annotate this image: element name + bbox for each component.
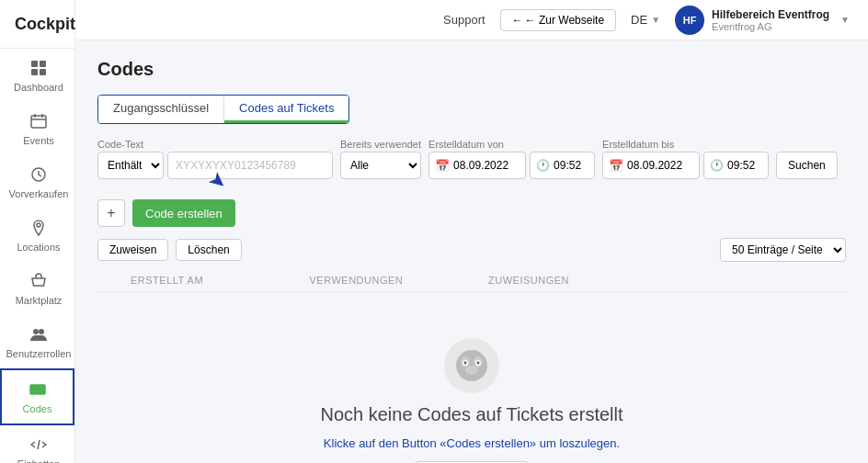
svg-point-34 xyxy=(464,362,467,365)
sidebar-item-einbetten-label: Einbetten xyxy=(17,458,60,463)
language-selector[interactable]: DE ▼ xyxy=(631,13,660,27)
tab-codes-auf-tickets[interactable]: Codes auf Tickets xyxy=(224,96,348,123)
table-col-checkbox xyxy=(97,275,131,286)
chevron-down-icon: ▼ xyxy=(651,15,660,25)
lang-label: DE xyxy=(631,13,647,27)
svg-line-28 xyxy=(38,440,40,449)
sidebar-item-vorverkaufen-label: Vorverkaufen xyxy=(9,188,69,199)
tab-zugangschluessel-label: Zugangsschlüssel xyxy=(113,101,209,115)
table-header: ERSTELLT AM VERWENDUNGEN ZUWEISUNGEN xyxy=(97,269,846,292)
empty-state: Noch keine Codes auf Tickets erstellt Kl… xyxy=(97,292,846,463)
sidebar-item-marktplatz-label: Marktplatz xyxy=(16,295,63,306)
page-content: Codes Zugangsschlüssel Codes auf Tickets… xyxy=(75,40,868,463)
sidebar-item-marktplatz[interactable]: Marktplatz xyxy=(0,262,74,315)
support-link[interactable]: Support xyxy=(443,13,485,27)
pagination-select[interactable]: 50 Einträge / Seite xyxy=(720,238,846,262)
user-chevron-icon: ▼ xyxy=(840,15,850,25)
sidebar-item-dashboard[interactable]: Dashboard xyxy=(0,49,74,102)
svg-rect-11 xyxy=(40,69,46,75)
tab-zugangschluessel[interactable]: Zugangsschlüssel xyxy=(98,96,224,123)
svg-point-36 xyxy=(465,366,478,375)
einbetten-icon xyxy=(29,435,49,455)
user-info: Hilfebereich Eventfrog Eventfrog AG xyxy=(712,8,829,32)
sidebar-item-benutzerrollen[interactable]: Benutzerrollen xyxy=(0,315,74,368)
logo-text: Cockpit xyxy=(15,15,75,34)
empty-subtitle: Klicke auf den Button «Codes erstellen» … xyxy=(324,436,620,450)
svg-point-35 xyxy=(477,362,480,365)
action-buttons: Zuweisen Löschen xyxy=(97,239,242,261)
svg-rect-10 xyxy=(31,69,38,75)
sidebar-item-einbetten[interactable]: Einbetten xyxy=(0,425,74,463)
time-von-picker[interactable]: 🕐 xyxy=(530,152,595,179)
page-title: Codes xyxy=(97,59,846,80)
benutzerrollen-icon xyxy=(29,324,49,344)
empty-frog-icon xyxy=(444,338,499,393)
sidebar-item-benutzerrollen-label: Benutzerrollen xyxy=(6,348,72,359)
empty-subtitle-text: Klicke auf den Button «Codes erstellen» … xyxy=(324,436,620,450)
date-bis-picker[interactable]: 📅 xyxy=(602,152,700,179)
code-text-input[interactable] xyxy=(167,152,333,179)
app-header: Support ← ← Zur Webseite DE ▼ HF Hilfebe… xyxy=(75,0,868,40)
sidebar-item-dashboard-label: Dashboard xyxy=(14,82,63,93)
erstelldatum-bis-label: Erstelldatum bis xyxy=(602,139,769,150)
time-bis-input[interactable] xyxy=(727,159,762,172)
user-name: Hilfebereich Eventfrog xyxy=(712,8,829,21)
zuweisen-button[interactable]: Zuweisen xyxy=(97,239,168,261)
main-content: Support ← ← Zur Webseite DE ▼ HF Hilfebe… xyxy=(75,0,868,463)
svg-point-17 xyxy=(37,223,40,227)
code-erstellen-button[interactable]: Code erstellen xyxy=(132,199,235,227)
sidebar-item-codes[interactable]: ➤ Codes xyxy=(0,368,74,425)
time-von-input[interactable] xyxy=(554,159,588,172)
clock-icon: 🕐 xyxy=(536,159,550,172)
table-col-erstellt-am: ERSTELLT AM xyxy=(131,275,310,286)
code-text-label: Code-Text xyxy=(97,139,333,150)
header-right: Support ← ← Zur Webseite DE ▼ HF Hilfebe… xyxy=(443,6,850,35)
user-org: Eventfrog AG xyxy=(712,21,829,32)
table-col-zuweisungen: ZUWEISUNGEN xyxy=(488,275,668,286)
table-col-verwendungen: VERWENDUNGEN xyxy=(310,275,489,286)
codes-icon xyxy=(28,379,48,400)
avatar: HF xyxy=(675,6,704,35)
bereits-select[interactable]: Alle xyxy=(340,152,421,179)
time-bis-picker[interactable]: 🕐 xyxy=(703,152,769,179)
arrow-left-icon: ← xyxy=(512,14,523,27)
locations-icon xyxy=(29,218,49,238)
svg-rect-12 xyxy=(31,116,46,128)
bereits-label: Bereits verwendet xyxy=(340,139,421,150)
tab-group: Zugangsschlüssel Codes auf Tickets xyxy=(97,95,349,124)
filter-row: Code-Text Enthält Bereits verwendet Alle xyxy=(97,139,846,227)
sidebar-item-locations[interactable]: Locations xyxy=(0,209,74,262)
user-menu[interactable]: HF Hilfebereich Eventfrog Eventfrog AG ▼ xyxy=(675,6,850,35)
bereits-filter: Bereits verwendet Alle xyxy=(340,139,421,179)
sidebar-item-locations-label: Locations xyxy=(17,242,60,253)
sidebar-item-codes-label: Codes xyxy=(23,403,52,414)
tab-codes-auf-tickets-label: Codes auf Tickets xyxy=(239,101,334,115)
erstelldatum-von-label: Erstelldatum von xyxy=(428,139,595,150)
search-button[interactable]: Suchen xyxy=(776,152,838,179)
date-bis-input[interactable] xyxy=(627,159,693,172)
sidebar-item-events-label: Events xyxy=(23,135,54,146)
svg-point-18 xyxy=(33,329,39,334)
svg-point-19 xyxy=(39,329,44,334)
loeschen-button[interactable]: Löschen xyxy=(176,239,241,261)
contains-select[interactable]: Enthält xyxy=(97,152,164,179)
avatar-initials: HF xyxy=(683,15,697,26)
calendar-icon: 📅 xyxy=(435,159,450,173)
date-von-picker[interactable]: 📅 xyxy=(428,152,526,179)
sidebar: Cockpit Dashboard Events Vorverkaufen xyxy=(0,0,75,463)
action-row: Zuweisen Löschen 50 Einträge / Seite xyxy=(97,238,846,262)
vorverkaufen-icon xyxy=(29,164,49,185)
events-icon xyxy=(29,111,49,131)
svg-rect-8 xyxy=(31,61,38,67)
create-button-wrapper: ➤ Code erstellen xyxy=(132,199,235,227)
sidebar-item-events[interactable]: Events xyxy=(0,102,74,155)
dashboard-icon xyxy=(29,58,49,78)
erstelldatum-von-filter: Erstelldatum von 📅 🕐 xyxy=(428,139,595,179)
table-col-actions xyxy=(668,275,847,286)
add-button[interactable]: + xyxy=(97,199,125,227)
calendar-bis-icon: 📅 xyxy=(609,159,623,173)
date-von-input[interactable] xyxy=(453,159,520,172)
clock-bis-icon: 🕐 xyxy=(710,159,724,172)
zur-webseite-button[interactable]: ← ← Zur Webseite xyxy=(500,9,616,31)
sidebar-item-vorverkaufen[interactable]: Vorverkaufen xyxy=(0,155,74,209)
